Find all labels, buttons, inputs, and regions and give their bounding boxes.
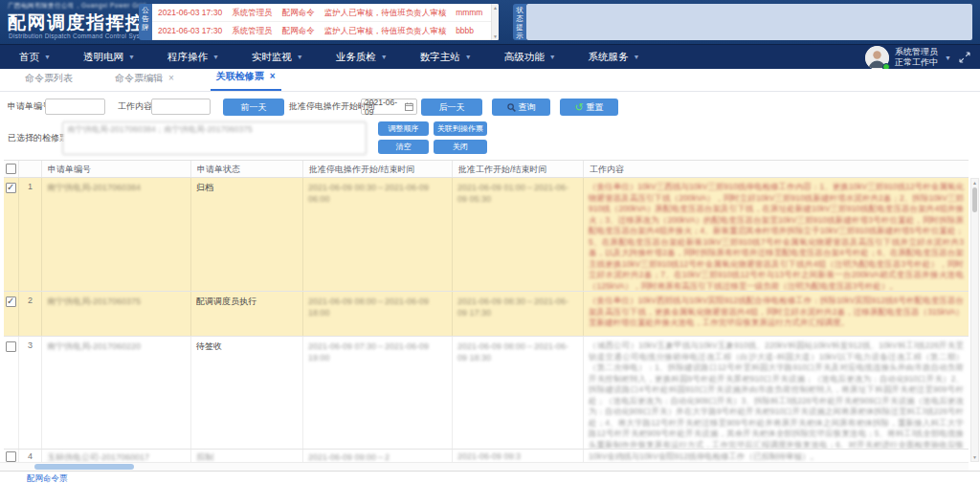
ticket-status: 待签收 xyxy=(191,337,303,449)
tab-command-ticket-edit[interactable]: 命令票编辑× xyxy=(109,67,180,91)
bulletin-type: 配网命令 xyxy=(282,8,315,17)
ticket-number: 南宁供电局-2017060220 xyxy=(47,341,141,351)
ticket-status: 配调调度员执行 xyxy=(191,292,303,336)
chevron-down-icon: ▼ xyxy=(549,54,556,60)
close-button[interactable]: 关闭 xyxy=(434,140,487,154)
fullscreen-icon[interactable] xyxy=(959,52,970,63)
status-tips-panel xyxy=(526,4,972,40)
table-vertical-scrollbar[interactable]: ▲ ▼ xyxy=(970,178,979,462)
table-row[interactable]: 4 玉林供电公司-2017060017 拟制 2021-06-09 09:00～… xyxy=(4,450,969,462)
row-number: 3 xyxy=(19,337,42,449)
app-header: 广西电网有限责任公司，Guangxi Power Grid 配网调度指挥控制系统… xyxy=(0,0,980,44)
reset-button[interactable]: ↺ 重置 xyxy=(560,99,618,116)
row-number: 1 xyxy=(19,178,42,291)
row-number: 2 xyxy=(19,292,42,336)
table-header-row: 申请单编号 申请单状态 批准停电操作开始/结束时间 批准工作开始/结束时间 工作… xyxy=(4,160,969,178)
scroll-down-icon[interactable]: ▼ xyxy=(493,33,498,39)
col-header-ticket-no: 申请单编号 xyxy=(42,161,191,177)
link-to-operation-ticket-button[interactable]: 关联到操作票 xyxy=(434,121,487,136)
app-subtitle: Distribution Dispatch Command Control Sy… xyxy=(9,33,151,39)
work-time: 2021-06-09 08:30～2021-06-09 17:30 xyxy=(457,296,568,318)
clear-button[interactable]: 清空 xyxy=(378,140,429,154)
row-checkbox[interactable] xyxy=(6,341,16,352)
scrollbar-thumb[interactable] xyxy=(972,187,977,212)
ticket-number: 南宁供电局-2017060375 xyxy=(47,296,141,306)
prev-day-button[interactable]: 前一天 xyxy=(223,99,284,116)
user-info: 系统管理员 正常工作中 xyxy=(895,47,938,68)
work-content-label: 工作内容 xyxy=(118,99,152,115)
footer-bar: 配网命令票 xyxy=(0,471,980,483)
outage-time: 2021-06-09 00:30～2021-06-09 06:00 xyxy=(308,183,429,204)
bulletin-note: mmmm xyxy=(456,8,482,17)
nav-item-transparent-grid[interactable]: 透明电网▼ xyxy=(83,51,135,64)
search-icon xyxy=(507,103,516,112)
date-value: 2021-06-09 xyxy=(365,98,405,117)
table-row[interactable]: 2 南宁供电局-2017060375 配调调度员执行 2021-06-09 08… xyxy=(4,292,969,337)
close-icon[interactable]: × xyxy=(270,71,276,81)
close-icon[interactable]: × xyxy=(168,73,174,83)
col-header-status: 申请单状态 xyxy=(191,161,303,177)
footer-link-command-ticket[interactable]: 配网命令票 xyxy=(27,473,68,483)
scrollbar-thumb[interactable] xyxy=(34,464,134,470)
nav-item-digital-station[interactable]: 数字主站▼ xyxy=(420,51,472,64)
bulletin-type: 配网命令 xyxy=(282,26,315,35)
work-content: （城西公司）10kV五象甲线与10kV五象910线、220kV科园站10kV科发… xyxy=(589,340,964,449)
query-button[interactable]: 查询 xyxy=(492,99,550,116)
reset-icon: ↺ xyxy=(574,102,583,112)
row-checkbox[interactable] xyxy=(6,451,16,462)
calendar-icon[interactable] xyxy=(405,102,413,111)
selected-tickets-textarea[interactable]: 南宁供电局-2017060384；南宁供电局-2017060375 xyxy=(62,121,367,155)
bulletin-user: 系统管理员 xyxy=(232,8,273,17)
adjust-order-button[interactable]: 调整顺序 xyxy=(378,121,429,136)
table-horizontal-scrollbar[interactable] xyxy=(0,462,969,471)
bulletin-status: 监护人已审核，待值班负责人审核 xyxy=(324,8,447,17)
scroll-up-icon[interactable]: ▲ xyxy=(493,5,498,11)
col-header-work-content: 工作内容 xyxy=(584,161,969,177)
tab-related-maintenance-ticket[interactable]: 关联检修票× xyxy=(211,65,281,91)
avatar[interactable] xyxy=(865,46,889,70)
ticket-number: 南宁供电局-2017060384 xyxy=(47,183,141,192)
select-all-checkbox[interactable] xyxy=(6,164,16,174)
work-content: （责任单位）10kV三西线与10kV三郊910线停电检修工作内容：1、更换10k… xyxy=(589,182,964,291)
user-block[interactable]: 系统管理员 正常工作中 ▼ xyxy=(865,45,970,70)
work-content-input[interactable] xyxy=(151,99,211,115)
ticket-status: 拟制 xyxy=(196,452,213,462)
outage-time: 2021-06-09 08:00～2021-06-09 18:00 xyxy=(308,296,429,318)
nav-item-program-operation[interactable]: 程序操作▼ xyxy=(167,51,219,64)
nav-item-home[interactable]: 首页▼ xyxy=(19,51,51,64)
next-day-button[interactable]: 后一天 xyxy=(421,99,482,116)
bulletin-item[interactable]: 2021-06-03 17:30系统管理员配网命令监护人已审核，待值班负责人审核… xyxy=(152,4,499,22)
outage-time: 2021-06-09 07:30～2021-06-09 19:00 xyxy=(308,341,429,362)
main-nav: 首页▼ 透明电网▼ 程序操作▼ 实时监视▼ 业务质检▼ 数字主站▼ 高级功能▼ … xyxy=(0,44,980,69)
row-checkbox[interactable] xyxy=(6,296,16,307)
bulletin-board: 2021-06-03 17:30系统管理员配网命令监护人已审核，待值班负责人审核… xyxy=(152,4,499,40)
scroll-up-icon[interactable]: ▲ xyxy=(972,180,977,186)
chevron-down-icon: ▼ xyxy=(634,54,640,60)
chevron-down-icon[interactable]: ▼ xyxy=(945,55,951,61)
bulletin-board-label: 公告牌 xyxy=(139,4,152,40)
work-content: 10kV金鸡线与10kV金阳912线停电检修工作（已拟制待审核）。 xyxy=(589,451,964,462)
bulletin-scrollbar[interactable]: ▲▼ xyxy=(491,4,499,40)
bulletin-status: 监护人已审核，待值班负责人审核 xyxy=(324,26,447,35)
nav-item-system-service[interactable]: 系统服务▼ xyxy=(589,51,640,64)
filter-panel: 申请单编号 工作内容 前一天 批准停电操作开始时间 2021-06-09 后一天… xyxy=(0,92,980,159)
date-input[interactable]: 2021-06-09 xyxy=(361,99,417,115)
tab-command-ticket-list[interactable]: 命令票列表 xyxy=(19,67,78,91)
bulletin-time: 2021-06-03 17:30 xyxy=(158,8,222,17)
chevron-down-icon: ▼ xyxy=(465,54,472,60)
nav-item-realtime-monitor[interactable]: 实时监视▼ xyxy=(252,51,303,64)
outage-time: 2021-06-09 09:00～2 xyxy=(308,452,390,462)
app-root: 广西电网有限责任公司，Guangxi Power Grid 配网调度指挥控制系统… xyxy=(0,0,980,483)
work-time: 2021-06-09 08:00～2021-06-09 18:30 xyxy=(457,341,568,362)
nav-item-advanced[interactable]: 高级功能▼ xyxy=(504,51,556,64)
ticket-status: 归档 xyxy=(191,178,303,291)
apply-no-input[interactable] xyxy=(45,99,105,115)
row-checkbox[interactable] xyxy=(6,183,16,193)
chevron-down-icon: ▼ xyxy=(44,54,51,60)
ticket-number: 玉林供电公司-2017060017 xyxy=(47,452,149,462)
table-row[interactable]: 3 南宁供电局-2017060220 待签收 2021-06-09 07:30～… xyxy=(4,337,969,450)
nav-item-business-qc[interactable]: 业务质检▼ xyxy=(336,51,388,64)
table-row[interactable]: 1 南宁供电局-2017060384 归档 2021-06-09 00:30～2… xyxy=(4,178,969,292)
bulletin-item[interactable]: 2021-06-03 17:30系统管理员配网命令监护人已审核，待值班负责人审核… xyxy=(152,22,499,40)
scroll-down-icon[interactable]: ▼ xyxy=(972,454,977,460)
